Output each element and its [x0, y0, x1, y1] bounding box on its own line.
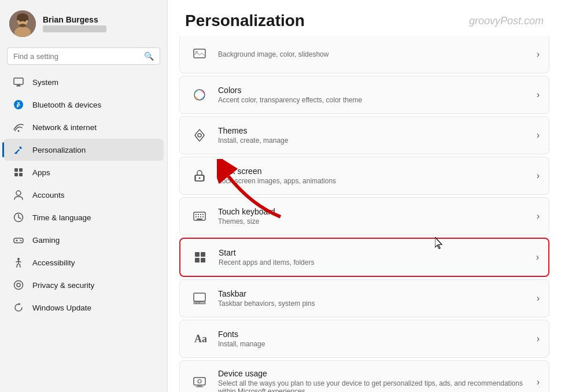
svg-rect-47 [195, 258, 200, 262]
search-icon: 🔍 [144, 51, 154, 61]
sidebar: Brian Burgess 🔍 SystemBluetooth & device… [0, 0, 168, 392]
svg-point-7 [24, 20, 26, 22]
sidebar-item-network[interactable]: Network & internet [3, 116, 164, 138]
page-title: Personalization [185, 12, 305, 30]
settings-item-themes[interactable]: Themes Install, create, manage › [179, 116, 549, 154]
svg-rect-41 [198, 216, 199, 217]
svg-rect-18 [14, 173, 18, 176]
colors-desc: Accent color, transparency effects, colo… [218, 96, 531, 104]
sidebar-item-windows-update[interactable]: Windows Update [3, 297, 164, 319]
profile-section[interactable]: Brian Burgess [0, 0, 167, 45]
sidebar-item-label: Accessibility [32, 258, 75, 267]
sidebar-item-label: Privacy & security [32, 281, 94, 290]
sidebar-item-label: Bluetooth & devices [32, 101, 101, 109]
svg-rect-19 [19, 173, 23, 176]
svg-rect-54 [194, 378, 205, 385]
chevron-icon: › [536, 252, 539, 262]
svg-rect-5 [17, 17, 28, 20]
svg-point-27 [17, 283, 20, 287]
svg-rect-44 [197, 219, 202, 220]
settings-item-lock-screen[interactable]: Lock screen Lock screen images, apps, an… [179, 157, 549, 195]
chevron-icon: › [537, 377, 540, 387]
settings-item-device-usage[interactable]: Device usage Select all the ways you pla… [179, 360, 549, 392]
svg-point-23 [20, 240, 21, 241]
themes-title: Themes [218, 126, 531, 135]
colors-icon [189, 84, 210, 105]
svg-rect-46 [201, 252, 205, 257]
touch-keyboard-icon [189, 206, 210, 227]
settings-item-touch-keyboard[interactable]: Touch keyboard Themes, size › [179, 197, 549, 235]
chevron-icon: › [537, 293, 540, 304]
sidebar-item-system[interactable]: System [3, 71, 164, 93]
taskbar-title: Taskbar [218, 289, 531, 298]
search-box[interactable]: 🔍 [7, 47, 160, 65]
sidebar-item-accounts[interactable]: Accounts [3, 184, 164, 206]
settings-item-background[interactable]: Background image, color, slideshow › [179, 36, 549, 73]
touch-keyboard-title: Touch keyboard [218, 207, 531, 216]
touch-keyboard-desc: Themes, size [218, 217, 531, 225]
sidebar-item-time-language[interactable]: Time & language [3, 206, 164, 228]
sidebar-item-apps[interactable]: Apps [3, 161, 164, 183]
svg-point-34 [199, 177, 201, 179]
svg-point-20 [16, 191, 21, 195]
svg-point-8 [19, 24, 26, 27]
svg-point-26 [14, 281, 23, 290]
network-icon [13, 121, 24, 133]
accounts-icon [13, 189, 24, 201]
svg-rect-17 [19, 168, 23, 172]
apps-icon [13, 167, 24, 178]
profile-info: Brian Burgess [43, 15, 106, 32]
svg-point-56 [198, 380, 201, 383]
sidebar-item-label: Network & internet [32, 123, 97, 132]
search-input[interactable] [13, 52, 139, 61]
sidebar-item-personalization[interactable]: Personalization [3, 139, 164, 161]
fonts-desc: Install, manage [218, 340, 531, 348]
avatar[interactable] [9, 10, 36, 37]
sidebar-item-label: Personalization [32, 146, 86, 154]
settings-item-taskbar[interactable]: Taskbar Taskbar behaviors, system pins › [179, 279, 549, 317]
taskbar-icon [189, 288, 210, 309]
settings-item-colors[interactable]: Colors Accent color, transparency effect… [179, 76, 549, 114]
chevron-icon: › [537, 334, 540, 344]
bluetooth-icon [13, 99, 24, 110]
chevron-icon: › [537, 49, 540, 60]
svg-point-6 [20, 20, 21, 22]
settings-item-start[interactable]: Start Recent apps and items, folders › [179, 238, 549, 277]
svg-point-12 [14, 100, 23, 109]
lock-screen-title: Lock screen [218, 167, 531, 176]
svg-rect-15 [14, 153, 17, 154]
chevron-icon: › [537, 171, 540, 181]
svg-rect-39 [202, 214, 204, 215]
svg-rect-45 [195, 252, 200, 257]
svg-point-31 [198, 134, 201, 137]
profile-name: Brian Burgess [43, 15, 106, 24]
svg-rect-36 [195, 214, 197, 215]
device-usage-desc: Select all the ways you plan to use your… [218, 379, 531, 392]
sidebar-item-accessibility[interactable]: Accessibility [3, 252, 164, 273]
device-usage-icon [189, 372, 210, 392]
svg-rect-9 [14, 78, 23, 84]
svg-rect-52 [198, 302, 200, 304]
fonts-title: Fonts [218, 330, 531, 339]
start-icon [190, 247, 211, 268]
chevron-icon: › [537, 90, 540, 100]
main-header: Personalization groovyPost.com [168, 0, 561, 36]
svg-rect-11 [16, 86, 21, 87]
main-content: Personalization groovyPost.com Backgroun… [168, 0, 561, 392]
sidebar-item-bluetooth[interactable]: Bluetooth & devices [3, 94, 164, 116]
sidebar-item-label: Gaming [32, 236, 60, 245]
time-language-icon [13, 212, 24, 223]
sidebar-item-gaming[interactable]: Gaming [3, 229, 164, 251]
settings-item-fonts[interactable]: Aa Fonts Install, manage › [179, 320, 549, 358]
sidebar-item-label: Apps [32, 168, 50, 177]
svg-rect-38 [200, 214, 201, 215]
lock-screen-icon [189, 165, 210, 186]
sidebar-item-privacy-security[interactable]: Privacy & security [3, 274, 164, 296]
svg-point-13 [18, 130, 20, 132]
privacy-security-icon [13, 279, 24, 291]
svg-point-25 [17, 258, 20, 260]
svg-point-24 [21, 241, 22, 242]
sidebar-item-label: System [32, 78, 58, 87]
svg-rect-40 [195, 216, 197, 217]
svg-rect-37 [198, 214, 199, 215]
